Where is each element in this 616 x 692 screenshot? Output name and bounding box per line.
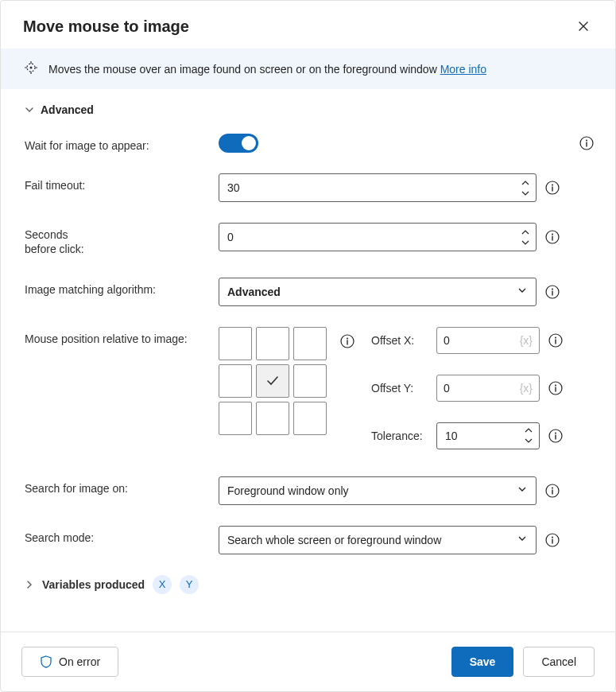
save-button[interactable]: Save <box>451 647 514 677</box>
mouse-target-icon <box>23 60 39 78</box>
algorithm-info-icon[interactable] <box>544 284 560 300</box>
pos-bottom-left[interactable] <box>219 402 252 435</box>
seconds-before-input[interactable]: 0 <box>219 223 537 251</box>
algorithm-value: Advanced <box>227 286 517 298</box>
mouse-pos-info-icon[interactable] <box>339 333 355 349</box>
dialog-title: Move mouse to image <box>23 17 189 36</box>
fail-timeout-label: Fail timeout: <box>25 173 219 192</box>
more-info-link[interactable]: More info <box>440 63 486 76</box>
search-on-info-icon[interactable] <box>544 483 560 499</box>
advanced-section-label: Advanced <box>41 103 94 116</box>
offset-y-info-icon[interactable] <box>548 380 564 396</box>
position-grid <box>219 327 327 435</box>
chevron-down-icon <box>517 484 528 497</box>
pos-top-right[interactable] <box>293 327 327 360</box>
wait-info-icon[interactable] <box>579 135 595 151</box>
offset-y-value: 0 <box>444 382 450 395</box>
search-mode-select[interactable]: Search whole screen or foreground window <box>219 526 537 554</box>
svg-point-6 <box>552 185 553 186</box>
svg-point-12 <box>552 288 553 290</box>
svg-rect-19 <box>555 339 556 344</box>
close-icon <box>577 20 590 33</box>
chevron-right-icon <box>25 580 34 589</box>
svg-rect-28 <box>552 489 552 494</box>
tolerance-label: Tolerance: <box>371 430 428 442</box>
search-on-label: Search for image on: <box>25 476 219 496</box>
svg-point-21 <box>555 384 556 386</box>
svg-point-24 <box>555 432 556 433</box>
search-on-select[interactable]: Foreground window only <box>219 476 537 505</box>
shield-icon <box>40 655 52 668</box>
on-error-button[interactable]: On error <box>21 647 118 677</box>
fail-timeout-step-down[interactable] <box>519 189 532 198</box>
wait-label: Wait for image to appear: <box>25 134 219 153</box>
wait-toggle[interactable] <box>219 134 258 153</box>
tolerance-info-icon[interactable] <box>548 428 564 444</box>
pos-top-left[interactable] <box>219 327 252 360</box>
seconds-before-step-down[interactable] <box>519 238 532 247</box>
tolerance-step-down[interactable] <box>522 436 535 445</box>
fail-timeout-info-icon[interactable] <box>544 180 560 196</box>
check-icon <box>265 374 280 388</box>
variables-section-toggle[interactable]: Variables produced <box>42 578 145 591</box>
svg-point-27 <box>552 487 553 488</box>
search-mode-label: Search mode: <box>25 526 219 545</box>
svg-point-15 <box>347 337 348 339</box>
svg-point-30 <box>552 536 553 538</box>
svg-rect-10 <box>552 236 552 241</box>
on-error-label: On error <box>59 655 100 668</box>
offset-x-info-icon[interactable] <box>548 332 564 348</box>
svg-point-3 <box>586 140 587 142</box>
cancel-label: Cancel <box>541 655 576 668</box>
close-button[interactable] <box>574 17 593 36</box>
fail-timeout-input[interactable]: 30 <box>219 173 537 202</box>
pos-middle-center[interactable] <box>256 364 289 398</box>
offset-x-value: 0 <box>444 334 450 347</box>
svg-rect-31 <box>552 538 552 543</box>
svg-rect-16 <box>347 340 347 344</box>
svg-point-9 <box>552 234 553 235</box>
seconds-before-value: 0 <box>227 231 234 243</box>
pos-bottom-right[interactable] <box>293 402 327 435</box>
tolerance-value: 10 <box>445 430 458 442</box>
seconds-before-info-icon[interactable] <box>544 229 560 245</box>
offset-y-label: Offset Y: <box>371 382 428 395</box>
search-on-value: Foreground window only <box>227 484 517 497</box>
svg-rect-7 <box>552 187 552 192</box>
algorithm-select[interactable]: Advanced <box>219 278 537 306</box>
seconds-before-label: Seconds before click: <box>25 223 219 256</box>
svg-rect-22 <box>555 387 556 391</box>
search-mode-info-icon[interactable] <box>544 532 560 548</box>
chevron-down-icon <box>517 533 528 546</box>
pos-top-center[interactable] <box>256 327 289 360</box>
advanced-section-toggle[interactable]: Advanced <box>25 103 595 116</box>
svg-rect-25 <box>555 434 556 439</box>
mouse-pos-label: Mouse position relative to image: <box>25 327 219 346</box>
svg-rect-4 <box>586 142 587 147</box>
var-placeholder-icon: {x} <box>520 334 533 347</box>
svg-point-18 <box>555 336 556 338</box>
offset-x-input[interactable]: 0 {x} <box>436 327 540 354</box>
pos-middle-left[interactable] <box>219 364 252 398</box>
cancel-button[interactable]: Cancel <box>523 647 595 677</box>
offset-y-input[interactable]: 0 {x} <box>436 375 540 402</box>
chevron-down-icon <box>25 105 34 115</box>
fail-timeout-value: 30 <box>227 181 240 194</box>
var-placeholder-icon: {x} <box>520 382 533 395</box>
save-label: Save <box>470 655 496 668</box>
fail-timeout-step-up[interactable] <box>519 178 532 188</box>
pos-middle-right[interactable] <box>293 364 327 398</box>
variable-chip-y[interactable]: Y <box>180 575 199 594</box>
chevron-down-icon <box>517 285 528 298</box>
banner-text: Moves the mouse over an image found on s… <box>48 63 437 76</box>
tolerance-step-up[interactable] <box>522 426 535 435</box>
svg-point-1 <box>30 67 33 69</box>
search-mode-value: Search whole screen or foreground window <box>227 534 517 546</box>
info-banner: Moves the mouse over an image found on s… <box>1 49 615 89</box>
svg-rect-13 <box>552 290 552 295</box>
offset-x-label: Offset X: <box>371 334 428 347</box>
pos-bottom-center[interactable] <box>256 402 289 435</box>
variable-chip-x[interactable]: X <box>153 575 172 594</box>
seconds-before-step-up[interactable] <box>519 227 532 237</box>
tolerance-input[interactable]: 10 <box>436 422 540 449</box>
